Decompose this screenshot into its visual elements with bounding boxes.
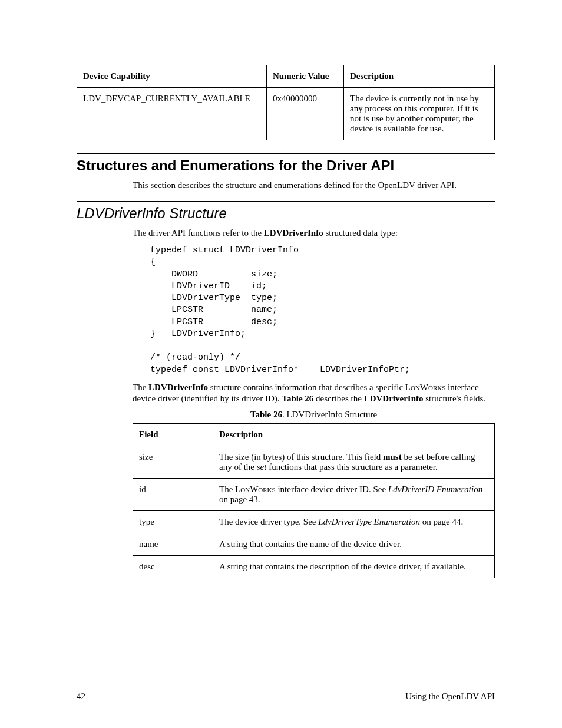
- table-row: LDV_DEVCAP_CURRENTLY_AVAILABLE 0x4000000…: [77, 88, 495, 140]
- table-row: name A string that contains the name of …: [133, 533, 495, 555]
- col-header-field: Field: [133, 423, 213, 446]
- table-row: size The size (in bytes) of this structu…: [133, 446, 495, 478]
- table-caption: Table 26. LDVDriverInfo Structure: [133, 410, 495, 420]
- cell-capability: LDV_DEVCAP_CURRENTLY_AVAILABLE: [77, 88, 267, 140]
- col-header-description: Description: [213, 423, 495, 446]
- cell-value: 0x40000000: [267, 88, 344, 140]
- cell-desc: The device driver type. See LdvDriverTyp…: [213, 510, 495, 533]
- page-number: 42: [77, 691, 85, 701]
- table-row: type The device driver type. See LdvDriv…: [133, 510, 495, 533]
- cell-desc: A string that contains the name of the d…: [213, 533, 495, 555]
- cell-desc: A string that contains the description o…: [213, 555, 495, 578]
- col-header-capability: Device Capability: [77, 65, 267, 88]
- cell-field: name: [133, 533, 213, 555]
- cell-field: size: [133, 446, 213, 478]
- section-rule: [77, 201, 495, 202]
- section-heading-ldvdriverinfo: LDVDriverInfo Structure: [77, 205, 495, 222]
- col-header-desc: Description: [344, 65, 495, 88]
- section1-para: This section describes the structure and…: [133, 180, 495, 192]
- ldvdriverinfo-fields-table: Field Description size The size (in byte…: [133, 423, 495, 578]
- section-heading-structures: Structures and Enumerations for the Driv…: [77, 157, 495, 174]
- desc-para: The LDVDriverInfo structure contains inf…: [133, 382, 495, 405]
- code-block: typedef struct LDVDriverInfo { DWORD siz…: [150, 245, 495, 376]
- table-row: desc A string that contains the descript…: [133, 555, 495, 578]
- cell-desc: The device is currently not in use by an…: [344, 88, 495, 140]
- cell-field: desc: [133, 555, 213, 578]
- section-rule: [77, 153, 495, 154]
- device-capability-table: Device Capability Numeric Value Descript…: [77, 65, 495, 140]
- cell-desc: The size (in bytes) of this structure. T…: [213, 446, 495, 478]
- table-row: id The LonWorks interface device driver …: [133, 478, 495, 510]
- footer-title: Using the OpenLDV API: [405, 691, 495, 701]
- cell-desc: The LonWorks interface device driver ID.…: [213, 478, 495, 510]
- col-header-numeric: Numeric Value: [267, 65, 344, 88]
- cell-field: id: [133, 478, 213, 510]
- cell-field: type: [133, 510, 213, 533]
- intro-para: The driver API functions refer to the LD…: [133, 228, 495, 239]
